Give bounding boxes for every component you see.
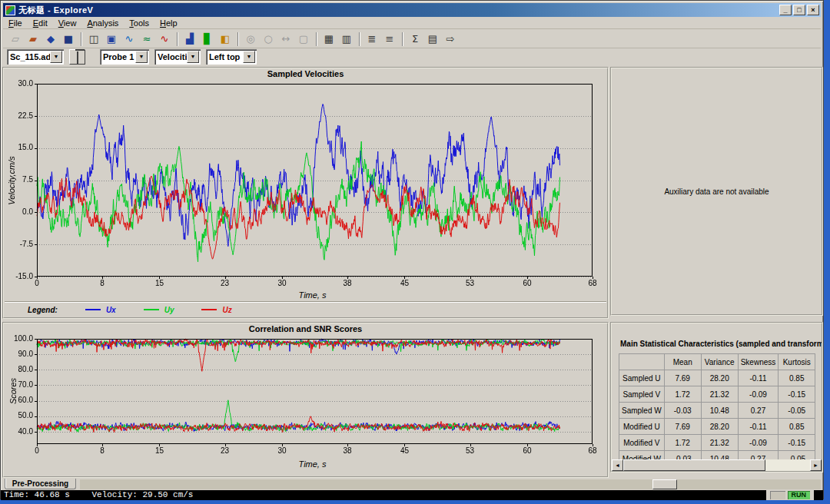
time-series-icon[interactable]: ∿ xyxy=(121,32,138,47)
stats-row: Sampled W-0.0310.480.27-0.05 xyxy=(619,403,815,419)
color-map-icon[interactable]: ◧ xyxy=(217,32,234,47)
stats-column-header: Mean xyxy=(664,354,701,370)
statistics-horizontal-scrollbar[interactable]: ◄ ► xyxy=(612,459,822,471)
pen-icon[interactable]: ◆ xyxy=(42,32,59,47)
scores-chart-panel: Correlation and SNR Scores Scores Time, … xyxy=(2,322,609,478)
new-graph-icon: ▱ xyxy=(7,32,24,47)
legend-position-value: Left top xyxy=(209,52,243,61)
view-combo-value: Velociti xyxy=(158,52,187,61)
stats-cell: 0.85 xyxy=(779,370,815,386)
menu-tools[interactable]: Tools xyxy=(124,18,154,29)
auxiliary-data-panel: Auxiliary data are not available xyxy=(610,67,823,316)
scores-chart-canvas[interactable] xyxy=(6,335,605,456)
stats-cell: -0.15 xyxy=(779,435,815,451)
stats-cell: -0.15 xyxy=(779,386,815,403)
file-combo[interactable]: Sc_115.adv ▼ xyxy=(7,49,64,65)
pan-icon: ↔ xyxy=(277,32,294,47)
scroll-left-arrow-icon[interactable]: ◄ xyxy=(612,459,623,471)
close-button[interactable]: × xyxy=(807,5,819,15)
velocity-chart-canvas[interactable] xyxy=(6,80,605,289)
edit-pencil-icon[interactable]: ▰ xyxy=(25,32,42,47)
statistics-icon[interactable]: Σ xyxy=(407,32,423,47)
print-icon[interactable]: ▤ xyxy=(424,32,441,47)
toolbar-separator xyxy=(359,32,360,46)
data-table-icon[interactable]: ▦ xyxy=(320,32,337,47)
view-combo[interactable]: Velociti ▼ xyxy=(154,49,201,65)
legend-series-name: Ux xyxy=(106,306,116,314)
velocity-y-axis-label: Velocity,cm/s xyxy=(7,150,16,211)
stats-cell: -0.11 xyxy=(738,370,779,386)
sort-ascending-icon[interactable]: ≣ xyxy=(364,32,380,47)
legend-position-combo[interactable]: Left top ▼ xyxy=(206,49,257,65)
stats-cell: 7.69 xyxy=(664,370,701,386)
chart-legend: Legend:UxUyUz xyxy=(5,301,606,317)
stats-row: Sampled U7.6928.20-0.110.85 xyxy=(619,370,815,386)
minimize-button[interactable]: _ xyxy=(779,5,792,15)
velocity-chart-title: Sampled Velocities xyxy=(4,69,607,78)
stats-cell: 7.69 xyxy=(664,419,701,435)
scrollbar-track[interactable] xyxy=(623,459,810,471)
menu-file[interactable]: File xyxy=(3,18,28,29)
dropdown-arrow-icon[interactable]: ▼ xyxy=(50,51,62,63)
menu-analysis[interactable]: Analysis xyxy=(81,18,124,29)
stats-cell: 1.72 xyxy=(664,386,701,403)
histogram-icon[interactable]: ▟ xyxy=(181,32,198,47)
toolbar-separator xyxy=(316,32,317,46)
copy-window-icon[interactable]: ◫ xyxy=(85,32,102,47)
stats-cell: -0.05 xyxy=(779,403,815,419)
stats-cell: 10.48 xyxy=(701,403,738,419)
stats-cell: 28.20 xyxy=(701,419,738,435)
scores-chart-title: Correlation and SNR Scores xyxy=(4,324,607,333)
stats-row-label: Modified V xyxy=(619,435,665,451)
legend-series-name: Uy xyxy=(164,306,174,314)
title-bar[interactable]: 无标题 - ExploreV _ □ × xyxy=(3,3,821,17)
legend-line-swatch xyxy=(85,309,101,310)
save-icon[interactable]: ■ xyxy=(60,32,77,47)
delete-file-button[interactable] xyxy=(69,49,85,65)
export-icon[interactable]: ⇨ xyxy=(442,32,459,47)
graph-window-icon[interactable]: ▣ xyxy=(103,32,120,47)
stats-cell: 21.32 xyxy=(701,386,738,403)
dropdown-arrow-icon[interactable]: ▼ xyxy=(187,51,199,63)
trash-icon xyxy=(77,51,78,64)
probe-combo[interactable]: Probe 1 ▼ xyxy=(100,49,149,65)
stats-header-row: MeanVarianceSkewnessKurtosis xyxy=(619,354,815,370)
stats-cell: 28.20 xyxy=(701,370,738,386)
legend-line-swatch xyxy=(201,309,217,310)
auxiliary-data-message: Auxiliary data are not available xyxy=(664,187,769,196)
velocity-chart-panel: Sampled Velocities Velocity,cm/s Time, s… xyxy=(2,67,609,319)
maximize-button[interactable]: □ xyxy=(793,5,805,15)
dropdown-arrow-icon[interactable]: ▼ xyxy=(135,51,148,63)
toolbar: ▱▰◆■◫▣∿≈∿▟▊◧◎○↔▢▦▥≣≡Σ▤⇨ xyxy=(3,30,821,48)
window-title: 无标题 - ExploreV xyxy=(18,5,778,16)
tab-scrollbar-track[interactable] xyxy=(80,479,821,489)
bar-chart-icon[interactable]: ▊ xyxy=(199,32,216,47)
stats-row-label: Modified U xyxy=(619,419,665,435)
app-icon xyxy=(5,5,15,15)
stats-column-header: Variance xyxy=(701,354,738,370)
scores-x-axis-label: Time, s xyxy=(35,459,590,469)
stats-row: Sampled V1.7221.32-0.09-0.15 xyxy=(619,386,815,403)
menu-bar: FileEditViewAnalysisToolsHelp xyxy=(3,18,821,29)
scrollbar-thumb[interactable] xyxy=(623,459,765,471)
tile-windows-icon[interactable]: ▥ xyxy=(338,32,355,47)
menu-edit[interactable]: Edit xyxy=(28,18,53,29)
waveform-icon[interactable]: ∿ xyxy=(156,32,173,47)
tab-pre-processing[interactable]: Pre-Processing xyxy=(5,479,76,489)
spectra-icon[interactable]: ≈ xyxy=(138,32,155,47)
statistics-panel: Main Statistical Characteristics (sample… xyxy=(610,322,823,472)
stats-row-label: Sampled W xyxy=(619,403,665,419)
stats-cell: 1.72 xyxy=(664,435,701,451)
scroll-right-arrow-icon[interactable]: ► xyxy=(810,459,822,471)
scores-y-axis-label: Scores xyxy=(8,372,18,410)
menu-view[interactable]: View xyxy=(53,18,82,29)
legend-line-swatch xyxy=(144,309,159,310)
dropdown-arrow-icon[interactable]: ▼ xyxy=(243,51,255,63)
menu-help[interactable]: Help xyxy=(154,18,183,29)
stats-cell: 0.27 xyxy=(738,403,779,419)
stats-cell: -0.11 xyxy=(738,419,779,435)
sort-descending-icon[interactable]: ≡ xyxy=(381,32,398,47)
stats-cell: -0.09 xyxy=(738,435,779,451)
status-velocity: Velocity: 29.50 cm/s xyxy=(91,490,193,499)
tab-scrollbar-thumb[interactable] xyxy=(652,479,677,489)
